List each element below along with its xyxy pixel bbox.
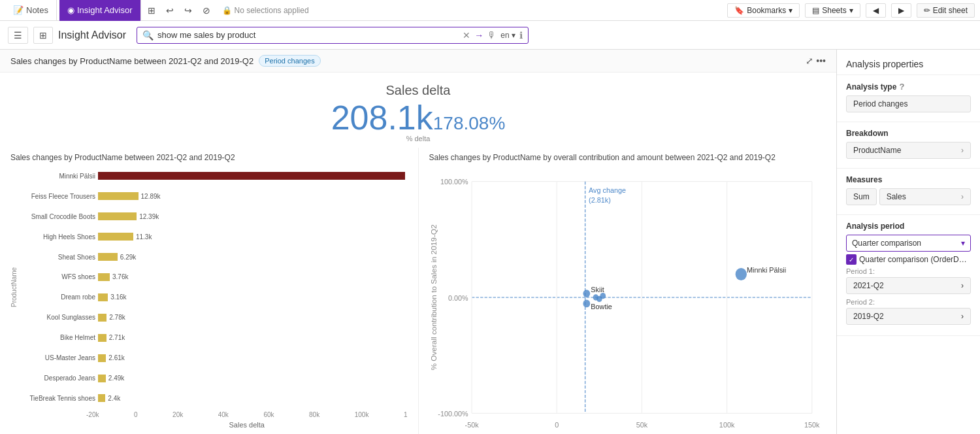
scatter-area: Avg change (2.81k) 100.00% 0.00% -100.00… (429, 166, 826, 429)
quarter-checkbox[interactable]: ✓ (846, 254, 857, 265)
edit-sheet-btn[interactable]: ✏ Edit sheet (917, 3, 975, 18)
svg-text:% Overall contribution to Sale: % Overall contribution to Sales in 2019-… (430, 224, 437, 370)
insight-advisor-tab[interactable]: ◉ Insight Advisor (59, 0, 141, 21)
selections-status: 🔒 No selections applied (222, 6, 309, 15)
measures-title: Measures (846, 175, 971, 184)
scatter-chart-panel: Sales changes by ProductName by overall … (419, 148, 837, 434)
kpi-label: Sales delta (0, 83, 836, 98)
period2-arrow: › (961, 312, 964, 321)
notes-tab[interactable]: 📝 Notes (5, 0, 57, 21)
bar-chart-container: ProductName Minnki PälsiiFeiss Fleece Tr… (10, 166, 408, 429)
breakdown-title: Breakdown (846, 129, 971, 138)
bar-chart-y-axis: ProductName (10, 166, 21, 409)
bar-chart-panel: Sales changes by ProductName between 202… (0, 148, 419, 434)
bar-chart-inner: ProductName Minnki PälsiiFeiss Fleece Tr… (10, 166, 408, 409)
bar-row: Sheat Shoes6.29k (24, 251, 408, 263)
period2-row[interactable]: 2019-Q2 › (846, 308, 971, 325)
help-icon[interactable]: ? (899, 82, 904, 92)
topbar: 📝 Notes ◉ Insight Advisor ⊞ ↩ ↪ ⊘ 🔒 No s… (0, 0, 980, 21)
svg-text:Minnki Pälsii: Minnki Pälsii (747, 266, 786, 275)
undo-btn[interactable]: ↩ (162, 4, 178, 17)
product-name-chip[interactable]: ProductName › (846, 142, 971, 159)
expand-btn[interactable]: ⤢ (806, 56, 813, 66)
bookmarks-btn[interactable]: 🔖 Bookmarks ▾ (727, 3, 800, 18)
period-changes-chip[interactable]: Period changes (846, 95, 971, 112)
edit-sheet-label: Edit sheet (933, 6, 968, 15)
bar-row: Bike Helmet2.71k (24, 332, 408, 344)
redo-btn[interactable]: ↪ (180, 4, 196, 17)
scatter-point-bowtie[interactable] (583, 300, 590, 308)
svg-text:(2.81k): (2.81k) (589, 195, 611, 204)
main-area: Sales changes by ProductName between 202… (0, 50, 980, 434)
sum-chip[interactable]: Sum (846, 188, 877, 205)
bar-row: High Heels Shoes11.3k (24, 231, 408, 242)
lang-chevron: ▾ (512, 31, 515, 40)
svg-text:0: 0 (555, 420, 559, 429)
sales-chip[interactable]: Sales › (879, 188, 971, 205)
svg-text:50k: 50k (636, 420, 647, 429)
scatter-svg: Avg change (2.81k) 100.00% 0.00% -100.00… (429, 166, 826, 429)
info-btn[interactable]: ℹ (519, 30, 523, 41)
bar-row: Feiss Fleece Trousers12.89k (24, 190, 408, 202)
search-input[interactable] (157, 30, 459, 40)
bar-row: WFS shoes3.76k (24, 271, 408, 283)
nav-next-btn[interactable]: ▶ (891, 3, 911, 18)
period1-value: 2021-Q2 (853, 281, 884, 290)
product-name-arrow: › (961, 146, 964, 155)
quarter-dropdown-item[interactable]: Quarter comparison (OrderD… (859, 255, 967, 264)
language-label: en (500, 31, 509, 40)
left-panel-toggle[interactable]: ☰ (8, 27, 28, 44)
analysis-period-section: Analysis period Quarter comparison ▾ ✓ Q… (837, 215, 980, 336)
bar-chart-subtitle: Sales changes by ProductName between 202… (10, 153, 408, 162)
sheets-btn[interactable]: ▤ Sheets ▾ (805, 3, 860, 18)
nav-prev-btn[interactable]: ◀ (866, 3, 886, 18)
kpi-area: Sales delta 208.1k178.08% % delta (0, 73, 836, 148)
analysis-period-title: Analysis period (846, 222, 971, 231)
search-icon: 🔍 (142, 30, 154, 41)
x-axis-labels: -20k 0 20k 40k 60k 80k 100k 1 (10, 411, 408, 418)
left-panel: Sales changes by ProductName between 202… (0, 50, 836, 434)
page-title: Insight Advisor (58, 29, 126, 41)
analysis-type-title: Analysis type ? (846, 82, 971, 92)
bar-row: Dream robe3.16k (24, 292, 408, 303)
insight-icon: ◉ (67, 5, 74, 15)
svg-text:Skiit: Skiit (591, 285, 604, 293)
bar-row: TieBreak Tennis shoes2.4k (24, 392, 408, 404)
svg-text:-100.00%: -100.00% (438, 410, 468, 418)
scatter-point-minnki[interactable] (735, 268, 746, 280)
bookmarks-chevron: ▾ (789, 6, 792, 15)
svg-text:100.00%: 100.00% (440, 178, 468, 186)
microphone-btn[interactable]: 🎙 (487, 30, 497, 41)
notes-icon: 📝 (13, 5, 24, 15)
period1-row[interactable]: 2021-Q2 › (846, 277, 971, 294)
search-clear-btn[interactable]: ✕ (463, 30, 470, 41)
period2-label: Period 2: (846, 298, 971, 306)
right-panel-toggle[interactable]: ⊞ (33, 27, 53, 44)
scatter-point-skiit[interactable] (583, 290, 590, 297)
search-submit-btn[interactable]: → (474, 30, 483, 41)
search-bar: 🔍 ✕ → 🎙 en ▾ ℹ (137, 27, 529, 44)
scatter-point-3[interactable] (600, 293, 606, 299)
svg-text:Avg change: Avg change (589, 186, 626, 195)
analysis-type-section: Analysis type ? Period changes (837, 75, 980, 122)
no-selections-label: No selections applied (235, 6, 309, 15)
chart-header-title: Sales changes by ProductName between 202… (10, 56, 253, 66)
chart-header: Sales changes by ProductName between 202… (0, 50, 836, 73)
sheets-label: Sheets (822, 6, 846, 15)
quarter-comparison-select[interactable]: Quarter comparison ▾ (846, 235, 971, 252)
more-btn[interactable]: ••• (816, 56, 826, 66)
zoom-btn[interactable]: ⊞ (144, 4, 159, 17)
bar-row: Kool Sunglasses2.78k (24, 312, 408, 324)
topbar-actions: ⊞ ↩ ↪ ⊘ (144, 4, 214, 17)
selection-lock-icon: 🔒 (222, 6, 232, 15)
edit-icon: ✏ (924, 6, 930, 15)
svg-text:Bowtie: Bowtie (591, 302, 612, 310)
kpi-percent: 178.08% (433, 113, 506, 133)
sheets-icon: ▤ (812, 6, 819, 15)
svg-text:-50k: -50k (465, 420, 478, 429)
selection-lock-btn[interactable]: ⊘ (199, 4, 214, 17)
quarter-checkbox-row: ✓ Quarter comparison (OrderD… (846, 254, 971, 265)
secondbar: ☰ ⊞ Insight Advisor 🔍 ✕ → 🎙 en ▾ ℹ (0, 21, 980, 50)
language-btn[interactable]: en ▾ (500, 31, 515, 40)
right-panel: Analysis properties Analysis type ? Peri… (836, 50, 980, 434)
